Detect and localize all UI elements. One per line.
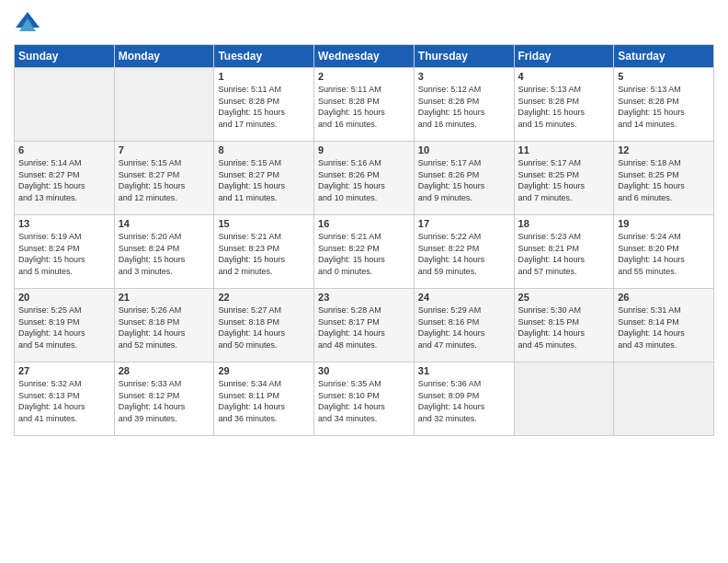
calendar-week-2: 6Sunrise: 5:14 AMSunset: 8:27 PMDaylight… — [15, 142, 714, 215]
calendar-cell — [614, 362, 714, 436]
day-header-wednesday: Wednesday — [314, 45, 415, 68]
day-number: 31 — [418, 365, 510, 376]
day-number: 7 — [119, 144, 210, 155]
calendar-week-1: 1Sunrise: 5:11 AMSunset: 8:28 PMDaylight… — [15, 68, 714, 142]
cell-details: Sunrise: 5:21 AMSunset: 8:22 PMDaylight:… — [318, 231, 410, 277]
calendar-cell: 29Sunrise: 5:34 AMSunset: 8:11 PMDayligh… — [214, 362, 314, 436]
day-header-friday: Friday — [514, 45, 614, 68]
calendar-cell — [15, 68, 115, 142]
calendar-cell: 12Sunrise: 5:18 AMSunset: 8:25 PMDayligh… — [614, 142, 714, 215]
day-number: 13 — [18, 218, 110, 229]
day-number: 11 — [518, 144, 610, 155]
calendar-table: SundayMondayTuesdayWednesdayThursdayFrid… — [14, 44, 714, 436]
day-number: 28 — [119, 365, 210, 376]
cell-details: Sunrise: 5:25 AMSunset: 8:19 PMDaylight:… — [18, 304, 110, 350]
day-number: 21 — [119, 292, 210, 303]
day-number: 20 — [18, 292, 110, 303]
calendar-cell: 10Sunrise: 5:17 AMSunset: 8:26 PMDayligh… — [414, 142, 514, 215]
calendar-cell: 31Sunrise: 5:36 AMSunset: 8:09 PMDayligh… — [414, 362, 514, 436]
cell-details: Sunrise: 5:20 AMSunset: 8:24 PMDaylight:… — [119, 231, 210, 277]
day-number: 23 — [318, 292, 410, 303]
logo-icon — [14, 9, 41, 37]
cell-details: Sunrise: 5:29 AMSunset: 8:16 PMDaylight:… — [418, 304, 510, 350]
calendar-cell: 1Sunrise: 5:11 AMSunset: 8:28 PMDaylight… — [214, 68, 314, 142]
cell-details: Sunrise: 5:13 AMSunset: 8:28 PMDaylight:… — [518, 84, 610, 130]
cell-details: Sunrise: 5:22 AMSunset: 8:22 PMDaylight:… — [418, 231, 510, 277]
day-number: 9 — [318, 144, 410, 155]
day-header-thursday: Thursday — [414, 45, 514, 68]
calendar-cell: 20Sunrise: 5:25 AMSunset: 8:19 PMDayligh… — [15, 289, 115, 362]
calendar-cell: 19Sunrise: 5:24 AMSunset: 8:20 PMDayligh… — [614, 215, 714, 289]
calendar-cell: 17Sunrise: 5:22 AMSunset: 8:22 PMDayligh… — [414, 215, 514, 289]
calendar-cell: 9Sunrise: 5:16 AMSunset: 8:26 PMDaylight… — [314, 142, 415, 215]
calendar-week-4: 20Sunrise: 5:25 AMSunset: 8:19 PMDayligh… — [15, 289, 714, 362]
day-number: 29 — [218, 365, 310, 376]
cell-details: Sunrise: 5:23 AMSunset: 8:21 PMDaylight:… — [518, 231, 610, 277]
cell-details: Sunrise: 5:31 AMSunset: 8:14 PMDaylight:… — [618, 304, 710, 350]
day-header-tuesday: Tuesday — [214, 45, 314, 68]
calendar-cell: 3Sunrise: 5:12 AMSunset: 8:28 PMDaylight… — [414, 68, 514, 142]
day-number: 5 — [618, 71, 710, 82]
day-number: 12 — [618, 144, 710, 155]
calendar-cell: 30Sunrise: 5:35 AMSunset: 8:10 PMDayligh… — [314, 362, 415, 436]
day-number: 27 — [18, 365, 110, 376]
cell-details: Sunrise: 5:30 AMSunset: 8:15 PMDaylight:… — [518, 304, 610, 350]
calendar-cell: 14Sunrise: 5:20 AMSunset: 8:24 PMDayligh… — [114, 215, 214, 289]
calendar-cell: 21Sunrise: 5:26 AMSunset: 8:18 PMDayligh… — [114, 289, 214, 362]
cell-details: Sunrise: 5:33 AMSunset: 8:12 PMDaylight:… — [119, 378, 210, 424]
calendar-cell: 7Sunrise: 5:15 AMSunset: 8:27 PMDaylight… — [114, 142, 214, 215]
calendar-cell: 6Sunrise: 5:14 AMSunset: 8:27 PMDaylight… — [15, 142, 115, 215]
calendar-cell: 22Sunrise: 5:27 AMSunset: 8:18 PMDayligh… — [214, 289, 314, 362]
cell-details: Sunrise: 5:24 AMSunset: 8:20 PMDaylight:… — [618, 231, 710, 277]
calendar-week-3: 13Sunrise: 5:19 AMSunset: 8:24 PMDayligh… — [15, 215, 714, 289]
cell-details: Sunrise: 5:16 AMSunset: 8:26 PMDaylight:… — [318, 157, 410, 203]
cell-details: Sunrise: 5:32 AMSunset: 8:13 PMDaylight:… — [18, 378, 110, 424]
day-header-saturday: Saturday — [614, 45, 714, 68]
day-number: 4 — [518, 71, 610, 82]
cell-details: Sunrise: 5:12 AMSunset: 8:28 PMDaylight:… — [418, 84, 510, 130]
cell-details: Sunrise: 5:36 AMSunset: 8:09 PMDaylight:… — [418, 378, 510, 424]
day-number: 17 — [418, 218, 510, 229]
day-number: 3 — [418, 71, 510, 82]
calendar-cell: 13Sunrise: 5:19 AMSunset: 8:24 PMDayligh… — [15, 215, 115, 289]
cell-details: Sunrise: 5:21 AMSunset: 8:23 PMDaylight:… — [218, 231, 310, 277]
calendar-cell: 28Sunrise: 5:33 AMSunset: 8:12 PMDayligh… — [114, 362, 214, 436]
day-number: 8 — [218, 144, 310, 155]
day-number: 25 — [518, 292, 610, 303]
calendar-week-5: 27Sunrise: 5:32 AMSunset: 8:13 PMDayligh… — [15, 362, 714, 436]
cell-details: Sunrise: 5:26 AMSunset: 8:18 PMDaylight:… — [119, 304, 210, 350]
cell-details: Sunrise: 5:14 AMSunset: 8:27 PMDaylight:… — [18, 157, 110, 203]
cell-details: Sunrise: 5:11 AMSunset: 8:28 PMDaylight:… — [318, 84, 410, 130]
day-number: 14 — [119, 218, 210, 229]
day-number: 19 — [618, 218, 710, 229]
day-number: 16 — [318, 218, 410, 229]
day-header-monday: Monday — [114, 45, 214, 68]
cell-details: Sunrise: 5:17 AMSunset: 8:26 PMDaylight:… — [418, 157, 510, 203]
cell-details: Sunrise: 5:15 AMSunset: 8:27 PMDaylight:… — [218, 157, 310, 203]
cell-details: Sunrise: 5:18 AMSunset: 8:25 PMDaylight:… — [618, 157, 710, 203]
calendar-cell: 15Sunrise: 5:21 AMSunset: 8:23 PMDayligh… — [214, 215, 314, 289]
cell-details: Sunrise: 5:35 AMSunset: 8:10 PMDaylight:… — [318, 378, 410, 424]
cell-details: Sunrise: 5:27 AMSunset: 8:18 PMDaylight:… — [218, 304, 310, 350]
calendar-cell: 24Sunrise: 5:29 AMSunset: 8:16 PMDayligh… — [414, 289, 514, 362]
calendar-cell: 2Sunrise: 5:11 AMSunset: 8:28 PMDaylight… — [314, 68, 415, 142]
calendar-cell: 5Sunrise: 5:13 AMSunset: 8:28 PMDaylight… — [614, 68, 714, 142]
day-number: 22 — [218, 292, 310, 303]
calendar-cell: 23Sunrise: 5:28 AMSunset: 8:17 PMDayligh… — [314, 289, 415, 362]
page-header — [14, 9, 714, 37]
logo — [14, 9, 45, 37]
calendar-cell: 16Sunrise: 5:21 AMSunset: 8:22 PMDayligh… — [314, 215, 415, 289]
calendar-cell — [114, 68, 214, 142]
day-number: 18 — [518, 218, 610, 229]
day-number: 2 — [318, 71, 410, 82]
cell-details: Sunrise: 5:11 AMSunset: 8:28 PMDaylight:… — [218, 84, 310, 130]
day-number: 24 — [418, 292, 510, 303]
calendar-cell: 18Sunrise: 5:23 AMSunset: 8:21 PMDayligh… — [514, 215, 614, 289]
calendar-cell: 4Sunrise: 5:13 AMSunset: 8:28 PMDaylight… — [514, 68, 614, 142]
day-number: 10 — [418, 144, 510, 155]
cell-details: Sunrise: 5:17 AMSunset: 8:25 PMDaylight:… — [518, 157, 610, 203]
day-number: 15 — [218, 218, 310, 229]
calendar-cell: 27Sunrise: 5:32 AMSunset: 8:13 PMDayligh… — [15, 362, 115, 436]
cell-details: Sunrise: 5:13 AMSunset: 8:28 PMDaylight:… — [618, 84, 710, 130]
calendar-cell — [514, 362, 614, 436]
